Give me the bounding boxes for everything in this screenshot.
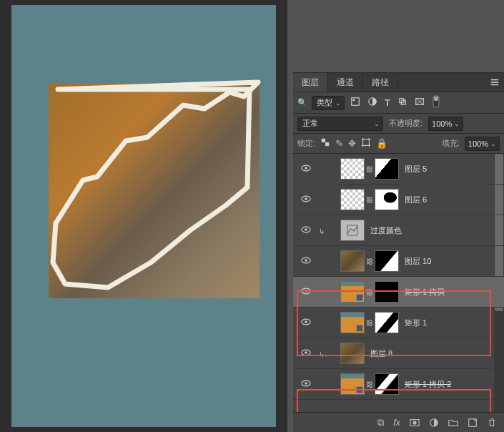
- canvas-artwork-photo: [49, 84, 260, 298]
- filter-type-label: 类型: [317, 97, 332, 108]
- layer-thumbnail[interactable]: [340, 250, 365, 272]
- blend-mode-value: 正常: [302, 118, 318, 129]
- layer-thumbnail[interactable]: [340, 343, 365, 364]
- blend-mode-dropdown[interactable]: 正常 ⌄: [297, 117, 383, 131]
- layer-style-icon[interactable]: fx: [393, 417, 400, 428]
- group-icon[interactable]: [448, 418, 458, 428]
- layer-row[interactable]: ⛓矩形 1 拷贝: [293, 277, 504, 308]
- layer-thumbnail[interactable]: [340, 158, 365, 180]
- panel-dock-empty: [293, 0, 504, 72]
- filter-toggle-switch[interactable]: [432, 95, 440, 110]
- shape-indicator-icon: [356, 294, 363, 301]
- layer-thumbnail[interactable]: [340, 220, 365, 241]
- filter-smart-icon[interactable]: [415, 97, 425, 109]
- svg-point-19: [305, 259, 307, 262]
- svg-point-25: [305, 351, 307, 354]
- visibility-toggle[interactable]: [293, 286, 319, 298]
- svg-rect-9: [325, 142, 329, 146]
- clip-indicator-icon: ↳: [319, 350, 325, 358]
- fill-label: 填充:: [442, 138, 460, 149]
- filter-type-icon[interactable]: T: [385, 97, 390, 108]
- mask-link-icon[interactable]: ⛓: [365, 319, 375, 327]
- visibility-toggle[interactable]: [293, 225, 319, 237]
- mask-link-icon[interactable]: ⛓: [365, 196, 375, 204]
- shape-indicator-icon: [356, 386, 363, 393]
- link-layers-icon[interactable]: ⧉: [377, 417, 384, 428]
- lock-brush-icon[interactable]: ✎: [335, 138, 343, 149]
- layer-name[interactable]: 图层 8: [370, 348, 392, 359]
- mask-link-icon[interactable]: ⛓: [365, 288, 375, 296]
- layer-row[interactable]: ⛓矩形 1: [293, 308, 504, 338]
- document-canvas[interactable]: [11, 5, 276, 427]
- lock-all-icon[interactable]: 🔒: [376, 138, 387, 149]
- panel-resize-handle[interactable]: [287, 0, 293, 432]
- tab-paths[interactable]: 路径: [363, 73, 398, 92]
- fill-value: 100%: [468, 139, 488, 148]
- layer-name[interactable]: 矩形 1: [405, 318, 427, 328]
- lock-artboard-icon[interactable]: [361, 137, 371, 149]
- blend-opacity-bar: 正常 ⌄ 不透明度: 100%⌄: [293, 114, 504, 134]
- layer-row[interactable]: ↳图层 8: [293, 338, 504, 369]
- layer-name[interactable]: 矩形 1 拷贝: [405, 287, 445, 298]
- shape-indicator-icon: [356, 325, 363, 332]
- layer-mask-thumbnail[interactable]: [375, 373, 399, 395]
- panel-tabs: 图层 通道 路径: [293, 73, 504, 92]
- svg-point-29: [412, 421, 416, 424]
- new-layer-icon[interactable]: [468, 418, 478, 428]
- opacity-label: 不透明度:: [389, 118, 423, 129]
- svg-point-27: [305, 382, 307, 385]
- visibility-toggle[interactable]: [293, 348, 319, 360]
- svg-rect-0: [352, 98, 360, 106]
- layer-thumbnail[interactable]: [340, 312, 365, 333]
- layer-mask-thumbnail[interactable]: [375, 250, 399, 272]
- chevron-down-icon: ⌄: [374, 120, 380, 127]
- layer-mask-thumbnail[interactable]: [375, 281, 399, 303]
- layer-row[interactable]: ⛓图层 5: [293, 154, 504, 185]
- svg-rect-1: [353, 99, 355, 102]
- filter-shape-icon[interactable]: [397, 97, 407, 109]
- layer-mask-thumbnail[interactable]: [375, 189, 399, 210]
- visibility-toggle[interactable]: [293, 317, 319, 329]
- layer-thumbnail[interactable]: [340, 189, 365, 210]
- chevron-down-icon: ⌄: [454, 120, 460, 127]
- opacity-field[interactable]: 100%⌄: [428, 117, 463, 131]
- adjustment-layer-icon[interactable]: [429, 418, 439, 428]
- filter-pixel-icon[interactable]: [350, 97, 360, 109]
- filter-type-dropdown[interactable]: 类型 ⌄: [312, 96, 345, 110]
- panel-menu-icon[interactable]: [490, 77, 500, 89]
- fill-field[interactable]: 100%⌄: [465, 137, 500, 151]
- layer-mask-thumbnail[interactable]: [375, 158, 399, 180]
- layer-thumbnail[interactable]: [340, 281, 365, 303]
- layer-row[interactable]: ↳过度颜色: [293, 215, 504, 246]
- layer-row[interactable]: ⛓图层 6: [293, 185, 504, 215]
- visibility-toggle[interactable]: [293, 378, 319, 391]
- mask-link-icon[interactable]: ⛓: [365, 381, 375, 388]
- trash-icon[interactable]: [487, 418, 497, 428]
- lock-bar: 锁定: ✎ ✥ 🔒 填充: 100%⌄: [293, 134, 504, 154]
- layer-name[interactable]: 图层 10: [405, 256, 431, 267]
- layer-name[interactable]: 过度颜色: [370, 225, 402, 236]
- layer-mask-thumbnail[interactable]: [375, 312, 399, 333]
- lock-move-icon[interactable]: ✥: [348, 138, 356, 149]
- lock-transparency-icon[interactable]: [320, 137, 330, 149]
- layer-name[interactable]: 图层 6: [405, 195, 427, 205]
- layer-name[interactable]: 图层 5: [405, 164, 427, 175]
- mask-link-icon[interactable]: ⛓: [365, 165, 375, 173]
- layer-indent: ↳: [319, 347, 340, 360]
- tab-layers[interactable]: 图层: [293, 73, 328, 92]
- mask-link-icon[interactable]: ⛓: [365, 257, 375, 265]
- tab-channels[interactable]: 通道: [328, 73, 363, 92]
- layer-thumbnail[interactable]: [340, 373, 365, 395]
- visibility-toggle[interactable]: [293, 194, 319, 206]
- visibility-toggle[interactable]: [293, 255, 319, 267]
- layer-row[interactable]: ⛓图层 10: [293, 246, 504, 277]
- layer-list: ⛓图层 5⛓图层 6↳过度颜色⛓图层 10⛓矩形 1 拷贝⛓矩形 1↳图层 8⛓…: [293, 154, 504, 412]
- layer-row[interactable]: ⛓矩形 1 拷贝 2: [293, 369, 504, 400]
- chevron-down-icon: ⌄: [490, 140, 496, 147]
- visibility-toggle[interactable]: [293, 163, 319, 175]
- layer-mask-icon[interactable]: [410, 418, 420, 428]
- layer-name[interactable]: 矩形 1 拷贝 2: [405, 379, 451, 390]
- document-viewport: [0, 0, 287, 432]
- filter-adjust-icon[interactable]: [367, 97, 377, 109]
- svg-rect-10: [363, 139, 370, 146]
